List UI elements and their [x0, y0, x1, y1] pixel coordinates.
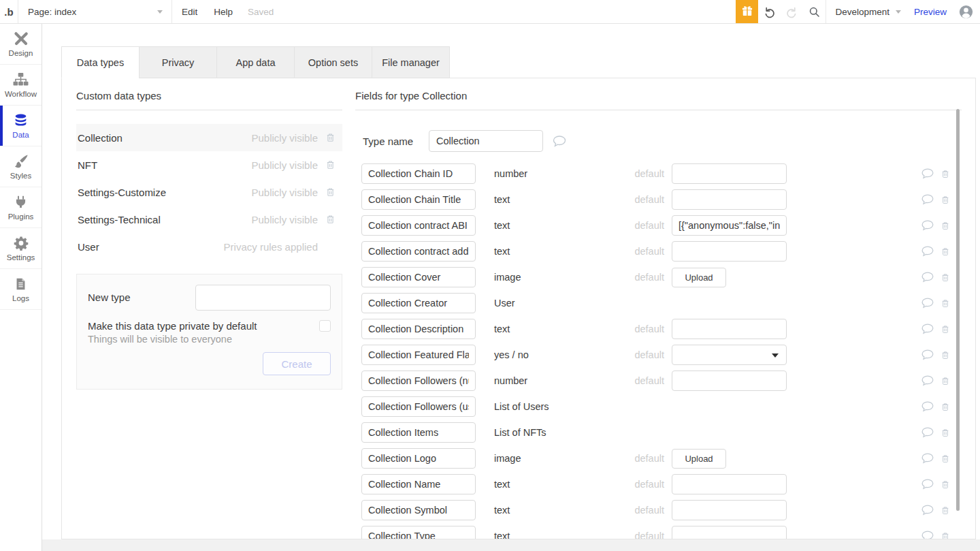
delete-field-icon[interactable]	[941, 505, 950, 516]
user-avatar[interactable]	[959, 0, 973, 23]
delete-field-icon[interactable]	[941, 350, 950, 360]
sidebar-item-data[interactable]: Data	[0, 106, 42, 146]
delete-field-icon[interactable]	[941, 428, 950, 438]
sidebar-item-design[interactable]: Design	[0, 24, 42, 65]
sidebar-item-plugins[interactable]: Plugins	[0, 187, 42, 228]
delete-type-icon[interactable]	[325, 159, 336, 170]
delete-field-icon[interactable]	[941, 531, 950, 540]
field-name-input[interactable]	[361, 293, 476, 313]
field-name-input[interactable]	[361, 267, 476, 287]
delete-field-icon[interactable]	[941, 324, 950, 334]
comment-icon[interactable]	[921, 168, 934, 180]
comment-icon[interactable]	[921, 504, 934, 516]
sidebar-item-logs[interactable]: Logs	[0, 269, 42, 310]
comment-icon[interactable]	[921, 219, 934, 232]
comment-icon[interactable]	[921, 478, 934, 490]
private-checkbox[interactable]	[319, 320, 331, 332]
default-label: default	[634, 246, 664, 257]
type-name-input[interactable]	[429, 130, 543, 152]
default-value-input[interactable]	[672, 163, 787, 184]
data-type-row[interactable]: Settings-Technical Publicly visible	[76, 206, 342, 233]
comment-icon[interactable]	[921, 426, 934, 439]
data-type-row[interactable]: User Privacy rules applied	[76, 233, 342, 260]
delete-field-icon[interactable]	[941, 402, 950, 412]
tab-app-data[interactable]: App data	[216, 46, 295, 78]
scrollbar-thumb[interactable]	[956, 109, 960, 511]
comment-icon[interactable]	[921, 452, 934, 465]
new-type-input[interactable]	[195, 285, 331, 311]
data-type-row[interactable]: Settings-Customize Publicly visible	[76, 178, 342, 206]
upload-button[interactable]: Upload	[672, 449, 726, 469]
comment-icon[interactable]	[921, 193, 934, 206]
menu-help[interactable]: Help	[206, 0, 241, 23]
delete-field-icon[interactable]	[941, 298, 950, 309]
default-value-input[interactable]	[672, 241, 787, 262]
field-name-input[interactable]	[361, 448, 476, 469]
field-name-input[interactable]	[361, 396, 476, 417]
delete-type-icon[interactable]	[325, 187, 336, 198]
field-row: number default Upload	[355, 163, 962, 184]
comment-icon[interactable]	[921, 375, 934, 387]
page-selector-label: Page: index	[28, 7, 76, 17]
sidebar-item-styles[interactable]: Styles	[0, 146, 42, 187]
preview-button[interactable]: Preview	[914, 0, 947, 23]
field-name-input[interactable]	[361, 319, 476, 339]
upload-button[interactable]: Upload	[672, 268, 726, 287]
comment-icon[interactable]	[921, 297, 934, 309]
bubble-logo[interactable]: .b	[0, 0, 18, 23]
create-button[interactable]: Create	[263, 352, 331, 375]
comment-icon[interactable]	[921, 400, 934, 413]
comment-icon[interactable]	[552, 135, 567, 148]
field-name-input[interactable]	[361, 526, 476, 539]
menu-edit[interactable]: Edit	[174, 0, 206, 23]
field-name-input[interactable]	[361, 215, 476, 236]
undo-icon[interactable]	[758, 0, 781, 23]
comment-icon[interactable]	[921, 530, 934, 539]
field-name-input[interactable]	[361, 163, 476, 184]
search-icon[interactable]	[803, 0, 826, 23]
delete-field-icon[interactable]	[941, 479, 950, 490]
tab-data-types[interactable]: Data types	[61, 46, 140, 78]
field-name-input[interactable]	[361, 474, 476, 494]
redo-icon[interactable]	[781, 0, 803, 23]
default-value-input[interactable]	[672, 319, 787, 339]
delete-field-icon[interactable]	[941, 169, 950, 179]
default-value-input[interactable]	[672, 526, 787, 539]
field-name-input[interactable]	[361, 241, 476, 262]
delete-field-icon[interactable]	[941, 454, 950, 464]
data-type-row[interactable]: Collection Publicly visible	[76, 124, 342, 151]
field-name-input[interactable]	[361, 189, 476, 210]
data-type-row[interactable]: NFT Publicly visible	[76, 151, 342, 178]
field-name-input[interactable]	[361, 422, 476, 443]
comment-icon[interactable]	[921, 271, 934, 283]
delete-field-icon[interactable]	[941, 247, 950, 257]
sidebar-item-settings[interactable]: Settings	[0, 228, 42, 269]
tab-file-manager[interactable]: File manager	[372, 46, 450, 78]
sidebar-item-workflow[interactable]: Workflow	[0, 65, 42, 106]
default-value-input[interactable]	[672, 500, 787, 520]
comment-icon[interactable]	[921, 349, 934, 361]
page-background	[42, 539, 980, 551]
comment-icon[interactable]	[921, 245, 934, 257]
default-value-input[interactable]	[672, 371, 787, 391]
tab-privacy[interactable]: Privacy	[139, 46, 217, 78]
field-name-input[interactable]	[361, 500, 476, 520]
delete-field-icon[interactable]	[941, 272, 950, 283]
default-value-input[interactable]	[672, 189, 787, 210]
default-value-input[interactable]	[672, 215, 787, 236]
field-name-input[interactable]	[361, 345, 476, 365]
type-name-label: Type name	[363, 136, 429, 147]
default-select[interactable]	[672, 345, 787, 365]
delete-field-icon[interactable]	[941, 195, 950, 205]
tab-option-sets[interactable]: Option sets	[294, 46, 372, 78]
field-name-input[interactable]	[361, 371, 476, 391]
gift-button[interactable]	[736, 0, 758, 23]
delete-type-icon[interactable]	[325, 214, 336, 225]
delete-type-icon[interactable]	[325, 132, 336, 143]
comment-icon[interactable]	[921, 323, 934, 335]
delete-field-icon[interactable]	[941, 376, 950, 386]
delete-field-icon[interactable]	[941, 221, 950, 231]
default-value-input[interactable]	[672, 474, 787, 494]
environment-selector[interactable]: Development	[826, 0, 910, 23]
page-selector[interactable]: Page: index	[18, 0, 172, 23]
